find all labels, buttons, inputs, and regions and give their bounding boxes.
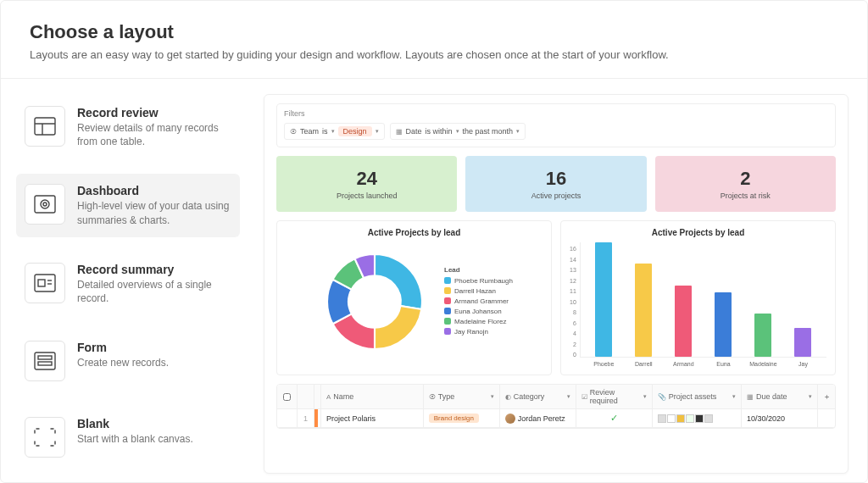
layout-option-dashboard[interactable]: Dashboard High-level view of your data u… [16,174,240,236]
add-column-button[interactable]: ＋ [818,385,835,408]
column-header-category[interactable]: ◐Category▾ [500,385,576,408]
cell-type[interactable]: Brand design [424,409,500,427]
filter-value-pill: Design [338,126,372,136]
donut-chart-card: Active Projects by lead Lead Phoebe Rumb… [276,220,552,375]
layout-option-record-review[interactable]: Record review Review details of many rec… [16,96,240,158]
attachment-field-icon: 📎 [658,393,666,401]
stat-card: 16Active projects [465,156,646,212]
column-header-name[interactable]: AName [321,385,424,408]
layout-title: Record summary [77,263,231,276]
cell-assets[interactable] [653,409,742,427]
legend-swatch [444,287,451,294]
stat-label: Active projects [465,192,646,200]
svg-point-4 [41,200,49,208]
table-row[interactable]: 1 Project Polaris Brand design Jordan Pe… [277,409,835,428]
bar [595,242,612,357]
layout-desc: Review details of many records from one … [77,121,231,148]
layout-title: Record review [77,106,231,119]
data-table: AName ⦿Type▾ ◐Category▾ ☑Review required… [276,384,836,429]
legend-swatch [444,297,451,304]
page-title: Choose a layout [30,21,838,43]
stat-value: 16 [465,168,646,190]
cell-review[interactable]: ✓ [576,409,653,427]
legend-item: Euna Johanson [444,308,513,315]
layout-desc: Detailed overviews of a single record. [77,278,231,305]
bar-category-label: Madelaine [749,361,776,367]
svg-rect-0 [35,118,55,135]
bar [794,328,811,357]
layout-option-blank[interactable]: Blank Start with a blank canvas. [16,407,240,468]
table-header-row: AName ⦿Type▾ ◐Category▾ ☑Review required… [277,385,835,409]
legend-swatch [444,308,451,314]
row-number-header [298,385,314,408]
legend-item: Madelaine Florez [444,318,513,325]
checkmark-icon: ✓ [610,413,618,424]
filter-team[interactable]: ⦿ Team is ▾ Design ▾ [284,123,385,140]
column-header-assets[interactable]: 📎Project assets▾ [653,385,742,408]
svg-rect-3 [35,196,55,213]
text-field-icon: A [326,393,331,401]
layout-desc: High-level view of your data using summa… [77,199,231,226]
bar-column: Darrell [624,242,664,357]
cell-name[interactable]: Project Polaris [321,409,424,427]
chevron-down-icon: ▾ [376,128,379,135]
layout-option-form[interactable]: Form Create new records. [16,330,240,391]
svg-rect-12 [38,362,52,365]
bar-column: Jay [783,242,823,357]
svg-point-5 [43,203,47,206]
date-field-icon: ▦ [747,393,754,401]
calendar-icon: ▦ [396,128,403,136]
bar-category-label: Phoebe [593,361,614,367]
blank-icon [25,417,65,458]
chevron-down-icon: ▾ [643,393,647,400]
filters-label: Filters [284,109,828,118]
svg-rect-7 [38,280,45,286]
layout-title: Blank [77,417,193,430]
bar [715,292,732,357]
multiselect-icon: ⦿ [290,128,297,136]
chevron-down-icon: ▾ [516,128,520,135]
record-summary-icon [25,263,65,303]
stat-value: 24 [276,168,457,190]
avatar [505,414,515,424]
legend-item: Darrell Hazan [444,287,513,295]
bar [635,264,652,357]
record-review-icon [25,106,65,147]
chart-title: Active Projects by lead [286,228,542,237]
select-field-icon: ⦿ [429,393,436,401]
chevron-down-icon: ▾ [331,128,335,135]
column-header-type[interactable]: ⦿Type▾ [424,385,500,408]
row-checkbox[interactable] [277,409,298,427]
bar-column: Phoebe [584,242,624,357]
stat-label: Projects launched [276,192,457,200]
layout-options-sidebar: Record review Review details of many rec… [1,79,255,482]
stat-value: 2 [655,168,836,190]
stat-card: 24Projects launched [276,156,457,212]
checkbox-field-icon: ☑ [581,393,587,401]
bar-category-label: Euna [716,361,730,367]
row-number: 1 [298,409,314,427]
layout-desc: Create new records. [77,356,169,369]
bar-column: Madelaine [743,242,783,357]
filters-section: Filters ⦿ Team is ▾ Design ▾ ▦ Date [276,103,836,147]
chart-title: Active Projects by lead [570,228,826,237]
cell-category[interactable]: Jordan Peretz [500,409,576,427]
column-header-review[interactable]: ☑Review required▾ [576,385,653,408]
svg-rect-10 [35,353,55,369]
stats-row: 24Projects launched16Active projects2Pro… [276,156,836,212]
stat-card: 2Projects at risk [655,156,836,212]
user-field-icon: ◐ [505,393,511,401]
donut-chart [315,242,434,361]
filter-date[interactable]: ▦ Date is within ▾ the past month ▾ [390,123,526,140]
layout-preview-panel: Filters ⦿ Team is ▾ Design ▾ ▦ Date [255,79,867,482]
bar-chart: PhoebeDarrellArmandEunaMadelaineJay [580,242,826,358]
dialog-header: Choose a layout Layouts are an easy way … [1,1,867,79]
page-subtitle: Layouts are an easy way to get started b… [30,48,838,61]
attachment-thumbnails [658,414,713,423]
layout-option-record-summary[interactable]: Record summary Detailed overviews of a s… [16,253,240,315]
column-header-due[interactable]: ▦Due date▾ [742,385,818,408]
layout-chooser-dialog: Choose a layout Layouts are an easy way … [0,0,868,483]
legend-swatch [444,328,451,335]
cell-due-date[interactable]: 10/30/2020 [742,409,818,427]
select-all-checkbox[interactable] [277,385,298,408]
